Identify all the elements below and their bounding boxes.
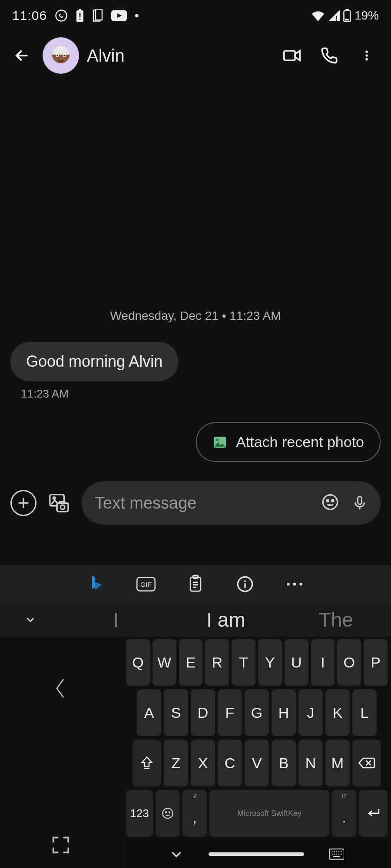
key-e[interactable]: E	[179, 639, 203, 686]
mic-button[interactable]	[352, 493, 368, 513]
message-incoming[interactable]: Good morning Alvin 11:23 AM	[10, 342, 381, 401]
suggestion-3[interactable]: The	[281, 608, 391, 631]
key-c[interactable]: C	[218, 740, 242, 786]
compose-bar: Text message	[0, 479, 391, 527]
svg-point-44	[162, 808, 172, 818]
key-u[interactable]: U	[285, 639, 308, 686]
svg-point-41	[287, 583, 290, 586]
keyboard-collapse-left-button[interactable]	[53, 675, 69, 701]
video-call-button[interactable]	[279, 43, 305, 69]
svg-point-49	[331, 851, 333, 852]
conversation-header: Alvin	[0, 31, 391, 80]
svg-point-58	[341, 854, 342, 855]
key-b[interactable]: B	[272, 740, 296, 786]
keyboard-row-3: Z X C V B N M	[126, 740, 388, 786]
key-g[interactable]: G	[245, 689, 269, 736]
key-o[interactable]: O	[337, 639, 361, 686]
battery-warning-icon	[76, 9, 84, 23]
svg-rect-59	[333, 856, 340, 857]
key-i[interactable]: I	[311, 639, 335, 686]
key-l[interactable]: L	[352, 689, 377, 736]
key-q[interactable]: Q	[126, 639, 150, 686]
key-v[interactable]: V	[245, 740, 269, 786]
key-s[interactable]: S	[164, 689, 188, 736]
svg-point-24	[216, 438, 219, 441]
message-placeholder: Text message	[95, 494, 321, 513]
signal-icon	[328, 10, 340, 21]
chat-area: Wednesday, Dec 21 • 11:23 AM Good mornin…	[0, 80, 391, 479]
suggestion-1[interactable]: I	[61, 608, 171, 631]
key-y[interactable]: Y	[258, 639, 282, 686]
key-enter[interactable]	[359, 790, 388, 837]
emoji-button[interactable]	[321, 493, 339, 513]
keyboard-switch-button[interactable]	[329, 848, 344, 860]
key-t[interactable]: T	[232, 639, 255, 686]
key-comma[interactable]: ,	[182, 790, 207, 837]
voice-call-button[interactable]	[316, 43, 342, 69]
svg-point-45	[166, 812, 166, 813]
gif-button[interactable]: GIF	[136, 575, 156, 594]
key-a[interactable]: A	[137, 689, 161, 736]
svg-point-21	[365, 54, 368, 57]
key-d[interactable]: D	[191, 689, 215, 736]
status-time: 11:06	[12, 8, 47, 23]
bing-icon[interactable]	[87, 575, 106, 594]
key-k[interactable]: K	[325, 689, 350, 736]
svg-point-51	[336, 851, 338, 852]
key-r[interactable]: R	[205, 639, 229, 686]
svg-point-56	[336, 854, 338, 855]
svg-text:GIF: GIF	[140, 581, 152, 588]
suggestion-2[interactable]: I am	[171, 608, 281, 631]
home-indicator[interactable]	[209, 852, 304, 856]
gallery-camera-button[interactable]	[46, 490, 72, 516]
clipboard-button[interactable]	[186, 575, 205, 594]
key-emoji[interactable]	[156, 790, 180, 837]
svg-rect-4	[80, 19, 81, 20]
svg-point-50	[334, 851, 335, 852]
key-z[interactable]: Z	[164, 740, 188, 786]
message-input[interactable]: Text message	[82, 481, 381, 525]
back-button[interactable]	[9, 43, 35, 69]
keyboard-row-4: 123 , Microsoft SwiftKey !? .	[126, 790, 388, 837]
contact-avatar[interactable]	[43, 37, 79, 74]
info-button[interactable]	[235, 575, 255, 594]
key-w[interactable]: W	[152, 639, 176, 686]
attach-recent-photo-chip[interactable]: Attach recent photo	[196, 422, 381, 462]
key-m[interactable]: M	[325, 740, 350, 786]
key-shift[interactable]	[133, 740, 161, 786]
svg-point-0	[56, 10, 67, 21]
svg-point-43	[299, 583, 302, 586]
key-numbers[interactable]: 123	[126, 790, 153, 837]
key-p[interactable]: P	[364, 639, 388, 686]
battery-icon	[343, 9, 351, 22]
keyboard-row-1: Q W E R T Y U I O P	[126, 639, 388, 686]
hide-keyboard-button[interactable]	[169, 849, 183, 859]
svg-point-18	[63, 55, 65, 56]
svg-point-40	[244, 580, 246, 582]
keyboard-toolbar: GIF	[0, 565, 391, 603]
youtube-icon	[111, 10, 127, 21]
key-f[interactable]: F	[218, 689, 242, 736]
key-n[interactable]: N	[298, 740, 323, 786]
more-options-button[interactable]	[354, 43, 380, 69]
key-period[interactable]: !? .	[332, 790, 356, 837]
key-j[interactable]: J	[298, 689, 323, 736]
svg-rect-2	[79, 9, 81, 10]
keyboard: GIF I I am The Q W	[0, 565, 391, 868]
key-x[interactable]: X	[191, 740, 215, 786]
svg-rect-8	[336, 16, 337, 20]
svg-point-22	[365, 58, 368, 61]
key-space[interactable]: Microsoft SwiftKey	[209, 790, 329, 837]
svg-rect-12	[345, 19, 349, 21]
suggestion-bar: I I am The	[0, 603, 391, 636]
contact-name[interactable]: Alvin	[87, 46, 125, 66]
svg-point-17	[56, 55, 58, 56]
close-suggestions-button[interactable]	[0, 613, 61, 626]
keyboard-expand-button[interactable]	[51, 835, 71, 855]
key-h[interactable]: H	[272, 689, 296, 736]
space-label: Microsoft SwiftKey	[237, 809, 302, 818]
svg-rect-19	[284, 51, 295, 60]
keyboard-more-button[interactable]	[285, 575, 304, 594]
key-backspace[interactable]	[352, 740, 381, 786]
add-button[interactable]	[10, 490, 36, 516]
